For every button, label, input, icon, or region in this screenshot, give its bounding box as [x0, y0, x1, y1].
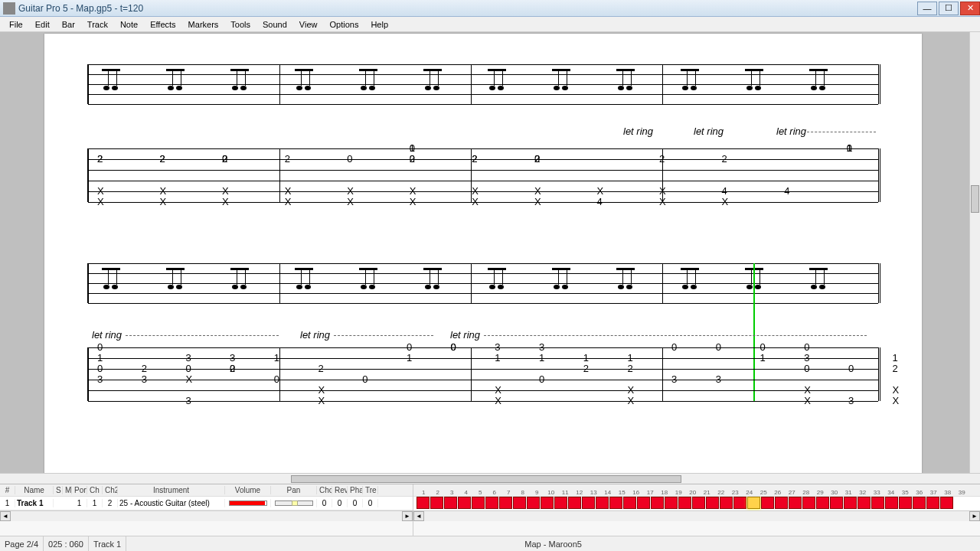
tab-fret[interactable]: X	[222, 185, 229, 197]
bar-cell-3[interactable]	[444, 497, 457, 509]
vertical-scrollbar[interactable]	[969, 32, 980, 473]
score-viewport[interactable]: let ring let ring let ring 22XX22XX202XX…	[0, 32, 980, 484]
menu-file[interactable]: File	[3, 18, 29, 31]
tab-fret[interactable]: 1	[893, 352, 898, 364]
tab-fret[interactable]: 1	[583, 352, 589, 364]
close-button[interactable]: ✕	[960, 2, 980, 15]
tab-fret[interactable]: 0	[804, 363, 809, 374]
tab-fret[interactable]: X	[285, 185, 292, 197]
tab-fret[interactable]: 4	[784, 185, 789, 197]
menu-markers[interactable]: Markers	[182, 18, 225, 31]
tab-fret[interactable]: 1	[760, 352, 766, 364]
tab-fret[interactable]: 0	[347, 153, 352, 165]
tab-fret[interactable]: 3	[185, 352, 191, 364]
tab-fret[interactable]: X	[596, 185, 603, 197]
tab-fret[interactable]: 4	[596, 196, 602, 207]
bar-cell-31[interactable]	[830, 497, 843, 509]
tab-fret[interactable]: X	[534, 185, 541, 197]
tab-fret[interactable]: X	[222, 196, 229, 207]
bar-cell-37[interactable]	[913, 497, 926, 509]
bar-cell-26[interactable]	[761, 497, 774, 509]
tab-fret[interactable]: 2	[230, 363, 235, 374]
bar-cell-12[interactable]	[568, 497, 581, 509]
tab-fret[interactable]: 0	[671, 341, 677, 353]
track-ch[interactable]: 1	[87, 499, 103, 507]
tab-fret[interactable]: 0	[848, 363, 854, 374]
tab-fret[interactable]: X	[97, 196, 104, 207]
tab-fret[interactable]: X	[804, 384, 811, 396]
bar-cell-23[interactable]	[720, 497, 733, 509]
tab-fret[interactable]: 0	[97, 341, 103, 353]
tab-fret[interactable]: 1	[627, 352, 632, 364]
tab-fret[interactable]: 3	[804, 352, 809, 364]
bar-cell-4[interactable]	[458, 497, 471, 509]
tab-fret[interactable]: 2	[160, 153, 165, 165]
tab-fret[interactable]: X	[495, 384, 501, 396]
tab-fret[interactable]: 2	[722, 153, 727, 165]
track-chorus[interactable]: 0	[317, 499, 332, 507]
bar-cell-34[interactable]	[871, 497, 884, 509]
tab-fret[interactable]: X	[160, 185, 167, 197]
bar-cell-33[interactable]	[858, 497, 871, 509]
tab-fret[interactable]: X	[347, 196, 354, 207]
bar-cell-8[interactable]	[513, 497, 526, 509]
tab-fret[interactable]: 2	[659, 153, 665, 165]
bar-cell-10[interactable]	[541, 497, 554, 509]
tab-fret[interactable]: 2	[318, 363, 324, 374]
tab-fret[interactable]: 1	[274, 352, 279, 364]
track-row[interactable]: 1 Track 1 1 1 2 25 - Acoustic Guitar (st…	[0, 497, 413, 510]
tab-fret[interactable]: X	[472, 196, 479, 207]
bar-cell-28[interactable]	[789, 497, 802, 509]
tab-fret[interactable]: 3	[539, 341, 544, 353]
menu-edit[interactable]: Edit	[29, 18, 56, 31]
tab-fret[interactable]: 3	[671, 373, 677, 385]
bar-cell-21[interactable]	[692, 497, 705, 509]
track-volume[interactable]	[225, 499, 271, 507]
bar-cell-39[interactable]	[940, 497, 953, 509]
bar-cell-1[interactable]	[416, 497, 430, 509]
bar-cell-7[interactable]	[499, 497, 512, 509]
tab-fret[interactable]: 1	[539, 352, 544, 364]
track-name[interactable]: Track 1	[15, 499, 54, 507]
menu-options[interactable]: Options	[324, 18, 365, 31]
bar-cell-17[interactable]	[637, 497, 650, 509]
bar-cell-14[interactable]	[596, 497, 609, 509]
track-reverb[interactable]: 0	[332, 499, 348, 507]
tab-fret[interactable]: X	[285, 196, 292, 207]
bar-box-row[interactable]	[413, 497, 980, 510]
bar-cell-36[interactable]	[899, 497, 912, 509]
track-pan[interactable]	[271, 499, 317, 507]
scroll-right-icon[interactable]: ►	[402, 511, 413, 521]
track-tremolo[interactable]: 0	[363, 499, 378, 507]
bar-cell-13[interactable]	[582, 497, 595, 509]
tab-fret[interactable]: 2	[222, 153, 227, 165]
tab-fret[interactable]: 3	[185, 395, 191, 406]
tab-fret[interactable]: 0	[274, 373, 279, 385]
tab-fret[interactable]: 0	[451, 341, 456, 353]
tab-fret[interactable]: 0	[804, 341, 809, 353]
tab-fret[interactable]: 1	[495, 352, 500, 364]
tab-fret[interactable]: X	[347, 185, 354, 197]
tab-fret[interactable]: 1	[847, 142, 852, 154]
bar-cell-15[interactable]	[609, 497, 622, 509]
track-phaser[interactable]: 0	[348, 499, 363, 507]
tab-fret[interactable]: X	[804, 395, 811, 406]
bar-cell-24[interactable]	[733, 497, 746, 509]
maximize-button[interactable]: ☐	[939, 2, 959, 15]
tab-fret[interactable]: X	[97, 185, 104, 197]
menu-track[interactable]: Track	[81, 18, 114, 31]
tab-fret[interactable]: X	[722, 196, 729, 207]
tab-fret[interactable]: 2	[285, 153, 290, 165]
tab-fret[interactable]: 2	[893, 363, 898, 374]
bar-cell-32[interactable]	[844, 497, 857, 509]
tab-fret[interactable]: 4	[722, 185, 727, 197]
minimize-button[interactable]: —	[917, 2, 937, 15]
menu-help[interactable]: Help	[364, 18, 394, 31]
tab-fret[interactable]: 0	[410, 142, 415, 154]
menu-note[interactable]: Note	[114, 18, 144, 31]
tab-fret[interactable]: 0	[539, 373, 544, 385]
bar-cell-5[interactable]	[472, 497, 485, 509]
track-ch2[interactable]: 2	[103, 499, 118, 507]
menu-effects[interactable]: Effects	[144, 18, 181, 31]
tab-fret[interactable]: X	[318, 384, 325, 396]
